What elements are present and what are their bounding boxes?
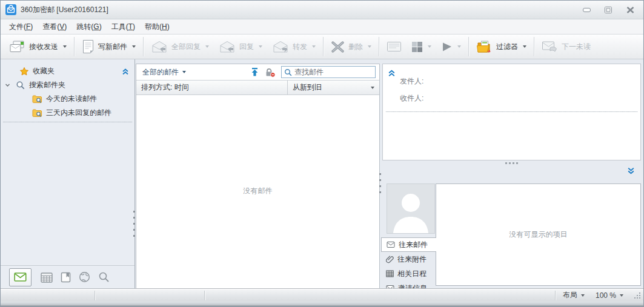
message-preview-panel: 发件人: 收件人: bbox=[382, 64, 641, 160]
statusbar: 布局 100 % bbox=[1, 288, 643, 302]
flag-dropdown[interactable] bbox=[457, 45, 461, 48]
titlebar: 360加密邮 [User20160121] bbox=[1, 1, 643, 19]
delete-button[interactable]: 删除 bbox=[326, 36, 376, 57]
paperclip-icon bbox=[386, 255, 394, 263]
sidebar-separator bbox=[3, 122, 132, 122]
list-header: 全部的邮件 bbox=[136, 64, 379, 81]
maximize-button[interactable] bbox=[600, 4, 617, 15]
zoom-selector[interactable]: 100 % bbox=[592, 290, 627, 301]
preview-separator bbox=[386, 111, 637, 112]
menu-help[interactable]: 帮助(H) bbox=[140, 20, 174, 34]
contact-tabs: 往来邮件 往来附件 相关日程 邀请信息 bbox=[381, 237, 436, 288]
menu-view[interactable]: 查看(V) bbox=[38, 20, 71, 34]
search-folder-icon bbox=[32, 108, 42, 117]
search-mail-box bbox=[281, 66, 376, 78]
list-preview-splitter[interactable] bbox=[379, 173, 382, 195]
window-title: 360加密邮 [User20160121] bbox=[21, 5, 108, 15]
compose-icon bbox=[82, 39, 95, 54]
mark-read-button[interactable] bbox=[382, 36, 407, 57]
toolbar-separator bbox=[74, 37, 75, 56]
statusbar-separator bbox=[204, 291, 205, 300]
reply-all-icon bbox=[151, 41, 168, 53]
flag-icon bbox=[441, 42, 453, 52]
next-unread-icon bbox=[542, 41, 558, 53]
toolbar-separator bbox=[468, 37, 469, 56]
to-label: 收件人: bbox=[400, 93, 423, 104]
calendar-module-tab[interactable] bbox=[41, 272, 53, 283]
layout-selector[interactable]: 布局 bbox=[559, 289, 588, 302]
tree-expand-icon[interactable] bbox=[5, 82, 10, 88]
pin-to-top-icon[interactable] bbox=[250, 67, 259, 77]
sort-bar: 排列方式: 时间 从新到旧 bbox=[136, 81, 379, 95]
flag-button[interactable] bbox=[436, 36, 466, 57]
envelope-icon bbox=[387, 241, 395, 248]
reply-button[interactable]: 回复 bbox=[214, 36, 267, 57]
tab-invitations[interactable]: 邀请信息 bbox=[381, 281, 436, 288]
toolbar-separator bbox=[534, 37, 534, 56]
search-module-tab[interactable] bbox=[98, 271, 110, 283]
sort-order-arrow bbox=[371, 87, 374, 89]
delete-dropdown[interactable] bbox=[368, 45, 371, 48]
mail-scope-dropdown[interactable]: 全部的邮件 bbox=[142, 67, 179, 78]
menu-go[interactable]: 跳转(G) bbox=[71, 20, 106, 34]
menubar: 文件(F) 查看(V) 跳转(G) 工具(T) 帮助(H) bbox=[1, 19, 643, 35]
sort-by-control[interactable]: 排列方式: 时间 bbox=[136, 81, 288, 94]
filter-button[interactable]: 过滤器 bbox=[471, 36, 531, 57]
next-unread-button[interactable]: 下一未读 bbox=[537, 36, 596, 57]
contact-avatar bbox=[387, 183, 435, 234]
app-window: 360加密邮 [User20160121] 文件(F) 查看(V) 跳转(G) … bbox=[0, 0, 644, 307]
search-mail-input[interactable] bbox=[294, 68, 373, 76]
message-list-panel: 全部的邮件 bbox=[136, 64, 380, 288]
preview-contact-splitter[interactable] bbox=[382, 160, 641, 165]
app-logo-icon bbox=[5, 4, 16, 15]
forward-dropdown[interactable] bbox=[312, 45, 316, 48]
from-label: 发件人: bbox=[400, 76, 423, 87]
view-layout-dropdown[interactable] bbox=[428, 45, 431, 48]
forward-icon bbox=[272, 41, 289, 53]
reply-all-button[interactable]: 全部回复 bbox=[146, 36, 214, 57]
sort-order-control[interactable]: 从新到旧 bbox=[288, 81, 379, 94]
view-layout-button[interactable] bbox=[407, 36, 436, 57]
menu-tools[interactable]: 工具(T) bbox=[107, 20, 140, 34]
filter-dropdown[interactable] bbox=[523, 45, 526, 48]
menu-file[interactable]: 文件(F) bbox=[4, 20, 38, 34]
close-button[interactable] bbox=[622, 4, 639, 15]
minimize-button[interactable] bbox=[578, 4, 595, 15]
collapse-up-icon[interactable] bbox=[122, 68, 129, 75]
folder-sidebar: 收藏夹 搜索邮件夹 今天的未读邮件 bbox=[1, 59, 135, 288]
web-module-tab[interactable] bbox=[79, 271, 90, 283]
toolbar-separator bbox=[379, 37, 379, 56]
star-icon bbox=[19, 67, 29, 76]
contact-history-panel: 没有可显示的项目 bbox=[436, 183, 641, 286]
receive-send-button[interactable]: 接收发送 bbox=[4, 36, 71, 57]
forward-button[interactable]: 转发 bbox=[267, 36, 320, 57]
search-folder-icon bbox=[32, 94, 42, 104]
mail-scope-arrow[interactable] bbox=[182, 71, 186, 73]
sidebar-item-search-folders[interactable]: 搜索邮件夹 bbox=[1, 78, 134, 92]
search-icon bbox=[284, 68, 292, 76]
compose-button[interactable]: 写新邮件 bbox=[77, 36, 141, 57]
toolbar-separator bbox=[323, 37, 324, 56]
lock-filter-icon[interactable] bbox=[265, 67, 276, 78]
mail-icon bbox=[14, 272, 27, 282]
preview-collapse-icon[interactable] bbox=[388, 69, 396, 77]
reply-icon bbox=[219, 41, 236, 53]
compose-dropdown[interactable] bbox=[132, 45, 136, 48]
sidebar-item-three-days-unreplied[interactable]: 三天内未回复的邮件 bbox=[1, 106, 134, 120]
statusbar-separator bbox=[95, 291, 95, 300]
sidebar-item-favorites[interactable]: 收藏夹 bbox=[1, 64, 134, 78]
contacts-module-tab[interactable] bbox=[61, 272, 71, 283]
receive-send-dropdown[interactable] bbox=[63, 45, 67, 48]
tab-related-attachments[interactable]: 往来附件 bbox=[381, 252, 436, 266]
empty-list-message: 没有邮件 bbox=[136, 186, 379, 196]
tab-related-mail[interactable]: 往来邮件 bbox=[381, 237, 436, 252]
reply-all-dropdown[interactable] bbox=[205, 45, 209, 48]
window-bottom-frame bbox=[1, 302, 643, 307]
contact-pane-collapse-icon[interactable] bbox=[627, 167, 635, 175]
tab-related-agenda[interactable]: 相关日程 bbox=[381, 266, 436, 281]
mail-module-tab[interactable] bbox=[9, 268, 32, 286]
resize-grip-icon[interactable] bbox=[633, 291, 641, 299]
reply-dropdown[interactable] bbox=[259, 45, 262, 48]
sidebar-item-today-unread[interactable]: 今天的未读邮件 bbox=[1, 92, 134, 106]
statusbar-separator bbox=[555, 291, 556, 300]
